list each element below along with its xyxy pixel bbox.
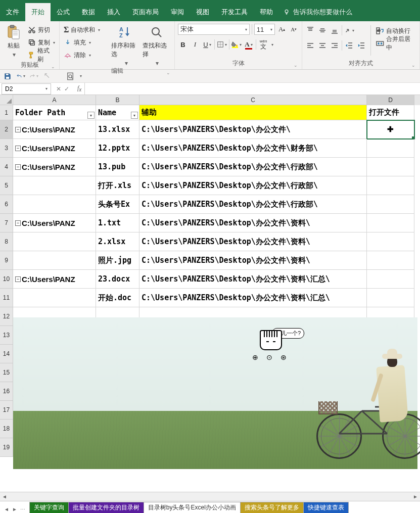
cell[interactable] <box>367 307 414 326</box>
sheet-tab[interactable]: 批量创建文件夹的目录树 <box>68 502 144 513</box>
cell[interactable]: −C:\Users\PANZ <box>13 120 96 139</box>
scroll-right-icon[interactable]: ► <box>411 494 420 499</box>
row-header[interactable]: 19 <box>0 438 13 457</box>
menu-tab-3[interactable]: 数据 <box>76 3 101 21</box>
worksheet-grid[interactable]: A B C D 1Folder Path▼Name▼辅助打开文件2−C:\Use… <box>0 95 420 492</box>
redo-icon[interactable]: ▾ <box>29 72 38 81</box>
row-header[interactable]: 1 <box>0 105 13 120</box>
row-header[interactable]: 18 <box>0 419 13 438</box>
select-all-corner[interactable] <box>0 95 13 105</box>
cell[interactable] <box>139 382 367 401</box>
outline-collapse-icon[interactable]: − <box>15 164 21 170</box>
cell[interactable] <box>13 345 96 363</box>
outline-collapse-icon[interactable]: − <box>15 276 21 282</box>
menu-tab-5[interactable]: 页面布局 <box>126 3 165 21</box>
align-top-icon[interactable] <box>305 25 315 35</box>
cell[interactable] <box>367 419 414 438</box>
row-header[interactable]: 8 <box>0 232 13 251</box>
cell[interactable] <box>139 438 367 457</box>
row-header[interactable]: 2 <box>0 120 13 139</box>
cell[interactable]: C:\Users\PANZERS\Desktop\办公文件\资料\ <box>139 214 367 232</box>
cell[interactable] <box>367 270 414 289</box>
underline-button[interactable]: U▾ <box>202 39 212 50</box>
cell[interactable]: 13.pub <box>96 158 139 176</box>
cell[interactable] <box>139 419 367 438</box>
sheet-tab[interactable]: 快捷键速查表 <box>303 502 349 513</box>
row-header[interactable]: 10 <box>0 270 13 289</box>
align-right-icon[interactable] <box>330 40 340 51</box>
phonetic-button[interactable]: wén文 <box>258 39 268 50</box>
col-header-A[interactable]: A <box>13 95 96 105</box>
cell[interactable]: 13.xlsx <box>96 120 139 139</box>
cell[interactable] <box>13 307 96 326</box>
scroll-left-icon[interactable]: ◄ <box>0 494 9 499</box>
cell[interactable] <box>139 345 367 363</box>
cell[interactable] <box>367 326 414 345</box>
menu-tab-6[interactable]: 审阅 <box>165 3 190 21</box>
sort-filter-button[interactable]: AZ 排序和筛选▾ <box>111 23 141 67</box>
paste-button[interactable]: 粘贴▾ <box>3 23 25 61</box>
cell[interactable]: ✚ <box>367 120 414 139</box>
cell[interactable]: 12.pptx <box>96 139 139 158</box>
cell[interactable] <box>13 195 96 214</box>
menu-tab-8[interactable]: 开发工具 <box>215 3 254 21</box>
cell[interactable] <box>13 363 96 382</box>
cut-button[interactable]: 剪切 <box>27 24 56 35</box>
row-header[interactable]: 4 <box>0 158 13 176</box>
row-header[interactable]: 3 <box>0 139 13 158</box>
sheet-nav-first-icon[interactable]: ◄ <box>3 505 10 513</box>
cell[interactable] <box>96 401 139 419</box>
cell[interactable] <box>139 307 367 326</box>
cell[interactable] <box>96 326 139 345</box>
cell[interactable] <box>367 214 414 232</box>
cell[interactable]: C:\Users\PANZERS\Desktop\办公文件\资料\汇总\ <box>139 289 367 307</box>
row-header[interactable]: 9 <box>0 251 13 270</box>
sheet-nav-last-icon[interactable]: ► <box>11 505 18 513</box>
cell[interactable]: Folder Path▼ <box>13 105 96 120</box>
row-header[interactable]: 16 <box>0 382 13 401</box>
cell[interactable]: Name▼ <box>96 105 139 120</box>
cell[interactable]: C:\Users\PANZERS\Desktop\办公文件\资料\ <box>139 251 367 270</box>
cancel-formula-icon[interactable]: ✕ <box>56 85 61 92</box>
cell[interactable] <box>367 345 414 363</box>
align-bottom-icon[interactable] <box>330 25 340 35</box>
row-header[interactable]: 11 <box>0 289 13 307</box>
cell[interactable] <box>13 382 96 401</box>
outline-collapse-icon[interactable]: − <box>15 146 21 151</box>
autosum-button[interactable]: Σ自动求和▾ <box>63 24 109 35</box>
cell[interactable] <box>367 139 414 158</box>
cell[interactable] <box>13 401 96 419</box>
cell[interactable] <box>367 363 414 382</box>
cell[interactable]: 2.xlsx <box>96 232 139 251</box>
bold-button[interactable]: B <box>178 39 188 50</box>
find-select-button[interactable]: 查找和选择▾ <box>143 23 172 67</box>
outline-collapse-icon[interactable]: − <box>15 127 21 132</box>
cell[interactable] <box>367 195 414 214</box>
row-header[interactable]: 15 <box>0 363 13 382</box>
increase-indent-icon[interactable] <box>356 40 366 51</box>
cell[interactable]: −C:\Users\PANZ <box>13 270 96 289</box>
enter-formula-icon[interactable]: ✓ <box>64 85 69 92</box>
cell[interactable] <box>96 345 139 363</box>
row-header[interactable]: 7 <box>0 214 13 232</box>
cell[interactable] <box>367 176 414 195</box>
cell[interactable] <box>13 251 96 270</box>
orientation-icon[interactable]: ▾ <box>344 25 354 35</box>
row-header[interactable]: 5 <box>0 176 13 195</box>
cell[interactable]: 打开.xls <box>96 176 139 195</box>
cell[interactable] <box>96 363 139 382</box>
tell-me[interactable]: 告诉我你想要做什么 <box>283 8 352 17</box>
sheet-tab[interactable]: 搜索头条号了解更多 <box>240 502 304 513</box>
cell[interactable]: 打开文件 <box>367 105 414 120</box>
cell[interactable]: −C:\Users\PANZ <box>13 214 96 232</box>
outline-collapse-icon[interactable]: − <box>15 220 21 226</box>
cell[interactable]: C:\Users\PANZERS\Desktop\办公文件\财务部\ <box>139 139 367 158</box>
font-name-select[interactable]: 宋体▾ <box>178 24 250 35</box>
cell[interactable]: 1.txt <box>96 214 139 232</box>
menu-tab-7[interactable]: 视图 <box>190 3 215 21</box>
cell[interactable] <box>367 251 414 270</box>
clear-button[interactable]: 清除▾ <box>63 50 109 61</box>
cell[interactable]: 23.docx <box>96 270 139 289</box>
cell[interactable] <box>367 382 414 401</box>
align-left-icon[interactable] <box>305 40 315 51</box>
